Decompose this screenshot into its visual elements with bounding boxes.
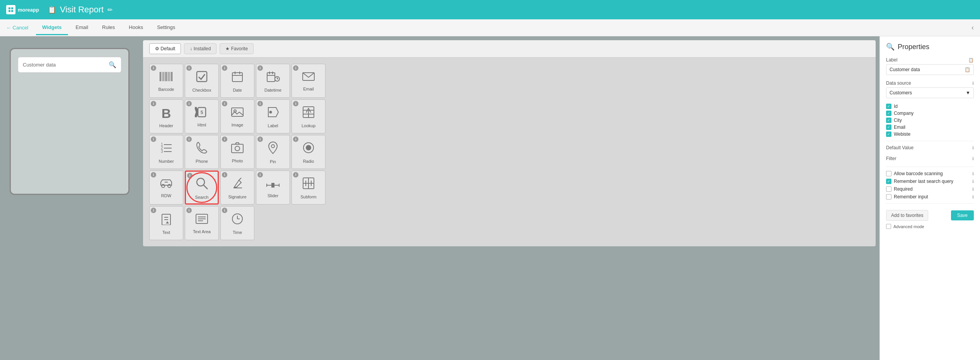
info-badge-email: i: [293, 65, 298, 71]
widget-image[interactable]: i Image: [220, 99, 254, 133]
textarea-icon: [195, 213, 208, 227]
svg-rect-11: [170, 72, 170, 81]
widget-radio[interactable]: i Radio: [291, 135, 326, 169]
data-source-label: Data source ℹ: [886, 80, 974, 86]
cancel-button[interactable]: ← Cancel: [6, 25, 28, 31]
tab-widgets[interactable]: Widgets: [36, 20, 68, 35]
widget-grid: i Barcode i: [149, 64, 869, 240]
info-badge-subform: i: [293, 172, 298, 177]
info-badge-textarea: i: [186, 208, 192, 213]
widget-barcode[interactable]: i Barcode: [149, 64, 183, 98]
widget-label[interactable]: i Label: [256, 99, 290, 133]
prop-actions: Add to favorites Save: [886, 210, 974, 221]
widget-label-checkbox: Checkbox: [193, 88, 211, 92]
advanced-mode-checkbox[interactable]: [886, 224, 891, 229]
widget-subform[interactable]: i Subform: [291, 171, 326, 205]
phone-icon: [196, 142, 208, 157]
widget-signature[interactable]: i Signature: [220, 171, 254, 205]
widget-time[interactable]: i Time: [220, 206, 254, 240]
tab-rules[interactable]: Rules: [96, 20, 121, 35]
rdw-icon: [159, 178, 173, 191]
field-checkboxes: Id Company City Email Webiste: [886, 104, 974, 137]
info-badge-image: i: [222, 101, 227, 106]
widget-photo[interactable]: i Photo: [220, 135, 254, 169]
email-icon: [302, 71, 315, 84]
checkbox-id[interactable]: Id: [886, 104, 974, 109]
widget-lookup[interactable]: i Lookup: [291, 99, 326, 133]
widget-label-pin: Pin: [270, 159, 276, 164]
divider-1: [886, 141, 974, 141]
tab-email[interactable]: Email: [70, 20, 95, 35]
checkbox-id-icon: [886, 104, 891, 109]
widget-pin[interactable]: i Pin: [256, 135, 290, 169]
widget-email[interactable]: i Email: [291, 64, 326, 98]
svg-rect-7: [164, 72, 165, 81]
advanced-mode-row: Advanced mode: [886, 224, 974, 229]
option-required[interactable]: Required ℹ: [886, 186, 974, 192]
info-badge-datetime: i: [257, 65, 263, 71]
widget-html[interactable]: i 5 Html: [185, 99, 219, 133]
svg-rect-4: [160, 72, 161, 81]
add-to-favorites-button[interactable]: Add to favorites: [886, 210, 928, 221]
widget-search[interactable]: i Search: [185, 171, 219, 205]
barcode-icon: [159, 71, 173, 85]
widget-phone[interactable]: i Phone: [185, 135, 219, 169]
svg-rect-6: [163, 72, 164, 81]
properties-header: 🔍 Properties: [886, 43, 974, 51]
header-icon: B: [162, 106, 171, 121]
widget-tab-default[interactable]: ⚙ Default: [149, 43, 181, 54]
data-source-select[interactable]: Customers ▼: [886, 87, 974, 98]
widget-rdw[interactable]: i RDW: [149, 171, 183, 205]
widget-tab-installed[interactable]: ↓ Installed: [184, 43, 216, 54]
widget-checkbox[interactable]: i Checkbox: [185, 64, 219, 98]
svg-rect-13: [197, 72, 207, 82]
widget-text[interactable]: i Text: [149, 206, 183, 240]
label-input-icon: 📋: [965, 67, 970, 72]
option-remember-input-checkbox: [886, 194, 891, 200]
option-remember-search[interactable]: Remember last search query ℹ: [886, 179, 974, 184]
option-required-checkbox: [886, 186, 891, 192]
widget-tab-favorite[interactable]: ★ Favorite: [220, 43, 254, 54]
widget-label-signature: Signature: [228, 195, 246, 199]
widget-grid-container: i Barcode i: [143, 58, 876, 246]
svg-line-52: [239, 178, 241, 180]
edit-title-icon[interactable]: ✏: [107, 6, 112, 14]
option-remember-info: ℹ: [972, 179, 974, 184]
widget-label-datetime: Datetime: [264, 88, 281, 92]
page-title-area: 📋 Visit Report ✏: [48, 5, 112, 15]
checkbox-email[interactable]: Email: [886, 125, 974, 130]
svg-rect-18: [267, 73, 275, 82]
logo-icon: [6, 5, 15, 14]
page-title-document-icon: 📋: [48, 5, 56, 14]
widget-label-radio: Radio: [303, 159, 314, 164]
checkbox-email-icon: [886, 125, 891, 130]
html-icon: 5: [195, 107, 209, 120]
checkbox-company[interactable]: Company: [886, 111, 974, 116]
widget-slider[interactable]: i Slider: [256, 171, 290, 205]
widget-label-search: Search: [195, 195, 209, 200]
widget-number[interactable]: i 1 2 3 Number: [149, 135, 183, 169]
checkbox-icon: [196, 70, 208, 85]
info-badge-date: i: [222, 65, 227, 71]
widget-textarea[interactable]: i Text Area: [185, 206, 219, 240]
widget-header[interactable]: i B Header: [149, 99, 183, 133]
collapse-nav-button[interactable]: ‹: [971, 24, 974, 32]
widget-date[interactable]: i Date: [220, 64, 254, 98]
widget-label-phone: Phone: [196, 159, 208, 164]
option-allow-barcode[interactable]: Allow barcode scanning ℹ: [886, 171, 974, 176]
datetime-icon: [266, 70, 280, 85]
logo-text: moreapp: [18, 7, 39, 13]
widget-datetime[interactable]: i Datetime: [256, 64, 290, 98]
tab-hooks[interactable]: Hooks: [123, 20, 149, 35]
checkbox-website[interactable]: Webiste: [886, 131, 974, 137]
svg-text:3: 3: [161, 149, 163, 154]
label-input[interactable]: Customer data 📋: [886, 64, 974, 75]
slider-icon: [266, 178, 280, 191]
save-button[interactable]: Save: [951, 210, 974, 220]
device-frame: Customer data 🔍: [10, 48, 130, 195]
option-remember-input[interactable]: Remember input ℹ: [886, 194, 974, 200]
filter-info-icon: ℹ: [972, 156, 974, 161]
checkbox-city-icon: [886, 118, 891, 123]
tab-settings[interactable]: Settings: [151, 20, 181, 35]
checkbox-city[interactable]: City: [886, 118, 974, 123]
